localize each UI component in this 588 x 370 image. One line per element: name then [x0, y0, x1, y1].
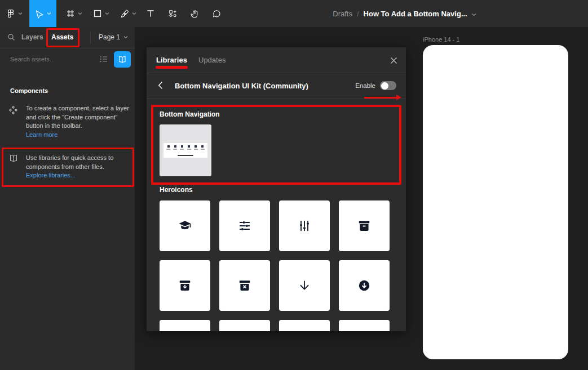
enable-toggle[interactable]: [380, 81, 396, 90]
tab-assets[interactable]: Assets: [51, 33, 73, 41]
assets-search-row: [0, 48, 135, 70]
hand-tool-button[interactable]: [187, 0, 202, 27]
enable-label: Enable: [355, 82, 375, 89]
text-tool-button[interactable]: [143, 0, 158, 27]
component-card[interactable]: [160, 320, 210, 331]
comment-tool-button[interactable]: [209, 0, 224, 27]
library-view-button[interactable]: [114, 51, 131, 68]
resources-tool-button[interactable]: [165, 0, 180, 27]
close-icon[interactable]: [389, 56, 398, 65]
learn-more-link[interactable]: Learn more: [26, 131, 58, 140]
search-assets-input[interactable]: [5, 52, 89, 66]
search-icon[interactable]: [7, 33, 15, 43]
breadcrumb-drafts[interactable]: Drafts: [333, 10, 352, 18]
component-card[interactable]: [339, 260, 390, 311]
top-toolbar: Drafts / How To Add a Bottom Navig...: [0, 0, 588, 27]
mini-nav-item: [173, 145, 177, 150]
tab-divider: [90, 32, 91, 44]
mini-nav-item: [194, 145, 198, 150]
comment-bubble-icon: [212, 9, 222, 19]
libraries-modal: Libraries Updates Bottom Navigation UI K…: [147, 47, 406, 331]
academic-cap-icon: [178, 219, 192, 233]
tab-libraries[interactable]: Libraries: [156, 56, 187, 64]
move-cursor-icon: [34, 9, 44, 19]
libraries-modal-header: Libraries Updates: [147, 47, 406, 73]
chevron-down-icon: [18, 12, 23, 15]
breadcrumb-separator: /: [357, 10, 359, 18]
explore-libraries-link[interactable]: Explore libraries...: [26, 171, 76, 180]
component-card[interactable]: [339, 320, 390, 331]
tab-updates[interactable]: Updates: [198, 56, 226, 64]
toggle-knob: [381, 82, 388, 90]
library-kit-name: Bottom Navigation UI Kit (Community): [175, 82, 308, 90]
component-card[interactable]: [160, 200, 210, 251]
chevron-down-icon: [123, 35, 128, 39]
mini-nav-item: [187, 145, 191, 150]
list-view-icon[interactable]: [97, 52, 110, 66]
arrow-down-circle-icon: [357, 279, 371, 292]
adjustments-horizontal-icon: [238, 219, 251, 233]
figma-app-window: Drafts / How To Add a Bottom Navig... La…: [0, 0, 588, 370]
open-book-icon: [118, 56, 127, 64]
component-card[interactable]: [339, 200, 390, 251]
chevron-down-icon: [47, 12, 51, 15]
title-chevron-down-icon[interactable]: [472, 10, 477, 18]
use-libraries-hint-text: Use libraries for quick access to compon…: [26, 154, 113, 170]
bottom-navigation-component-card[interactable]: [160, 124, 211, 176]
tab-layers[interactable]: Layers: [21, 33, 43, 41]
rectangle-icon: [93, 9, 102, 18]
section-title-bottom-navigation: Bottom Navigation: [160, 110, 220, 118]
iphone14-frame[interactable]: [423, 45, 568, 359]
chevron-down-icon: [132, 12, 136, 15]
section-title-heroicons: Heroicons: [160, 186, 193, 194]
figma-logo-icon: [6, 9, 15, 18]
frame-tool-button[interactable]: [62, 0, 86, 27]
mini-nav-item: [166, 145, 170, 150]
page-selector-label: Page 1: [99, 33, 120, 41]
component-card[interactable]: [279, 200, 330, 251]
document-title-bar[interactable]: Drafts / How To Add a Bottom Navig...: [333, 0, 476, 27]
text-icon: [146, 9, 155, 18]
open-book-icon: [8, 154, 19, 165]
resources-shapes-icon: [168, 9, 178, 19]
create-component-hint-text: To create a component, select a layer an…: [26, 105, 129, 129]
mini-nav-item: [180, 145, 184, 150]
component-card[interactable]: [160, 260, 210, 311]
heroicons-grid: [160, 200, 393, 331]
component-card[interactable]: [219, 320, 270, 331]
components-heading: Components: [10, 87, 48, 94]
adjustments-vertical-icon: [298, 219, 311, 233]
arrow-down-icon: [298, 279, 311, 292]
frame-label-iphone14[interactable]: iPhone 14 - 1: [423, 36, 459, 43]
chevron-down-icon: [105, 12, 109, 15]
archive-box-icon: [357, 219, 371, 233]
left-sidebar: Layers Assets Page 1 Components To creat…: [0, 27, 135, 370]
component-card[interactable]: [219, 260, 270, 311]
page-selector[interactable]: Page 1: [99, 33, 128, 41]
shape-tool-button[interactable]: [89, 0, 113, 27]
pen-tool-button[interactable]: [116, 0, 140, 27]
document-name: How To Add a Bottom Navig...: [364, 10, 467, 18]
back-chevron-icon[interactable]: [158, 81, 163, 92]
frame-icon: [66, 9, 75, 18]
mini-home-indicator: [178, 155, 193, 157]
archive-box-x-mark-icon: [238, 279, 251, 292]
component-card[interactable]: [219, 200, 270, 251]
library-kit-row: Bottom Navigation UI Kit (Community) Ena…: [147, 73, 406, 99]
component-card[interactable]: [279, 320, 330, 331]
component-card[interactable]: [279, 260, 330, 311]
mini-nav-item: [201, 145, 205, 150]
annotation-red-underline-libraries: [156, 66, 188, 69]
sidebar-tab-bar: Layers Assets Page 1: [0, 27, 135, 48]
component-diamonds-icon: [8, 105, 18, 117]
move-tool-button[interactable]: [29, 0, 56, 27]
chevron-down-icon: [78, 12, 82, 15]
archive-box-arrow-down-icon: [178, 279, 192, 292]
enable-toggle-group: Enable: [355, 81, 396, 90]
bottom-navigation-preview: [163, 143, 207, 158]
pen-icon: [120, 9, 129, 18]
main-menu-button[interactable]: [3, 0, 25, 27]
hand-icon: [190, 9, 200, 19]
